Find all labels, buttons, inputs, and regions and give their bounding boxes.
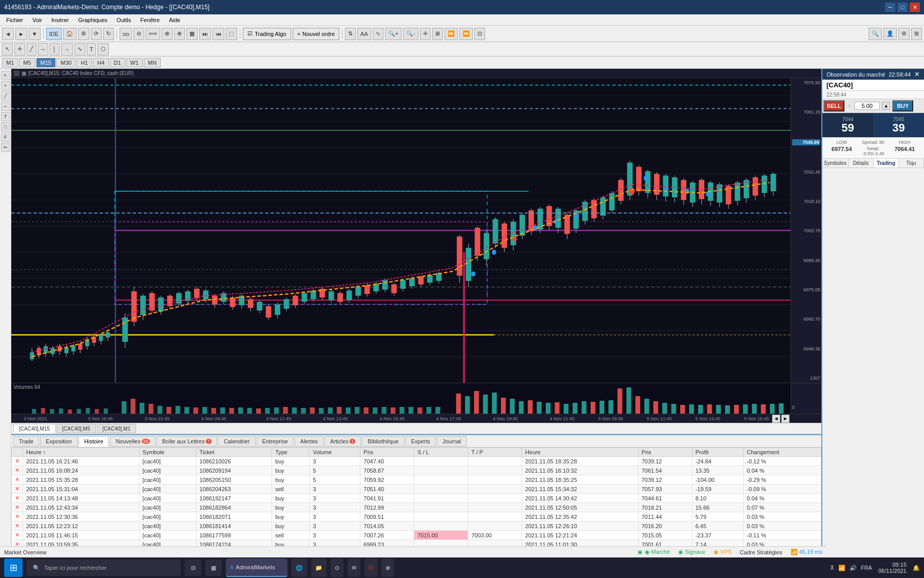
template-button[interactable]: ⊞ (432, 28, 443, 40)
tab-entreprise[interactable]: Entreprise (257, 436, 294, 446)
tab-histoire[interactable]: Histoire (79, 436, 109, 446)
maximize-button[interactable]: □ (897, 3, 908, 12)
refresh-button[interactable]: ⟳ (91, 28, 102, 40)
taskbar-chrome[interactable]: ⊙ (331, 558, 343, 577)
tf-m1[interactable]: M1 (2, 58, 18, 67)
tab-exposition[interactable]: Exposition (40, 436, 78, 446)
fast-fwd-button[interactable]: ⏭ (199, 28, 211, 40)
market-tab-details[interactable]: Détails (849, 159, 874, 167)
close-cell[interactable]: ✕ (12, 457, 23, 466)
chart-tab-m1[interactable]: [CAC40],M1 (97, 424, 136, 433)
tab-trade[interactable]: Trade (13, 436, 39, 446)
chart-canvas[interactable] (11, 78, 791, 383)
zoom-out-button[interactable]: ⊖ (133, 28, 144, 40)
close-button[interactable]: ✕ (910, 3, 920, 12)
menu-inserer[interactable]: Insérer (47, 16, 73, 24)
sell-price-panel[interactable]: 7044 59 (822, 113, 873, 137)
dock-button[interactable]: ⊞ (911, 28, 922, 40)
th-heure2[interactable]: Heure (522, 448, 639, 457)
close-cell[interactable]: ✕ (12, 531, 23, 540)
fibo-button[interactable]: ∿ (74, 43, 85, 55)
crosshair-button[interactable]: ✛ (420, 28, 431, 40)
wave-button[interactable]: ∿ (373, 28, 383, 40)
tool-text[interactable]: T (1, 112, 10, 121)
taskbar-admiral[interactable]: A AdmiralMarkets (226, 558, 287, 577)
th-ticket[interactable]: Ticket (196, 448, 272, 457)
tf-h1[interactable]: H1 (76, 58, 92, 67)
volume-input[interactable] (854, 102, 880, 110)
chart-tab-m15[interactable]: [CAC40],M15 (13, 424, 55, 433)
menu-fichier[interactable]: Fichier (2, 16, 27, 24)
scroll-right-button[interactable]: ► (781, 415, 790, 423)
capture-button[interactable]: ⬚ (226, 28, 237, 40)
zoom-in-button[interactable]: ⊕ (162, 28, 172, 40)
market-obs-close[interactable]: ✕ (914, 70, 920, 78)
nav-prev-button[interactable]: ◄ (2, 28, 14, 40)
menu-voir[interactable]: Voir (28, 16, 46, 24)
th-sl[interactable]: S / L (414, 448, 468, 457)
search-top-button[interactable]: 🔍 (869, 28, 882, 40)
menu-graphiques[interactable]: Graphiques (74, 16, 111, 24)
menu-outils[interactable]: Outils (112, 16, 135, 24)
aa-button[interactable]: AA (357, 28, 371, 40)
tf-d1[interactable]: D1 (110, 58, 125, 67)
close-cell[interactable]: ✕ (12, 466, 23, 475)
tab-calendrier[interactable]: Calendrier (218, 436, 256, 446)
trading-algo-button[interactable]: ☑ Trading Algo (243, 28, 291, 40)
tf-m30[interactable]: M30 (56, 58, 75, 67)
th-volume[interactable]: Volume (310, 448, 360, 457)
zoom-in2-button[interactable]: ⊕ (174, 28, 185, 40)
close-cell[interactable]: ✕ (12, 512, 23, 521)
text-button[interactable]: T (87, 43, 97, 55)
th-changement[interactable]: Changement (743, 448, 821, 457)
chart-tab-m5[interactable]: [CAC40],M5 (56, 424, 95, 433)
tab-journal[interactable]: Journal (437, 436, 467, 446)
th-prix[interactable]: Prix (360, 448, 414, 457)
dropdown-button[interactable]: ▼ (29, 28, 41, 40)
tab-alertes[interactable]: Alertes (295, 436, 323, 446)
oo-button1[interactable]: oo (120, 28, 132, 40)
tool-line[interactable]: ╱ (1, 91, 10, 101)
nouvel-ordre-button[interactable]: + Nouvel ordre (293, 28, 339, 40)
tab-bibliotheque[interactable]: Bibliothèque (362, 436, 405, 446)
rewind-button[interactable]: ⏪ (459, 28, 473, 40)
drag-button[interactable]: ⊡ (474, 28, 485, 40)
taskbar-app7[interactable]: ⊕ (381, 558, 394, 577)
zoom-plus-button[interactable]: 🔍+ (385, 28, 401, 40)
fwd-button[interactable]: ⏩ (445, 28, 458, 40)
buy-toggle[interactable]: BUY (892, 100, 913, 111)
vline-button[interactable]: │ (50, 43, 60, 55)
hline-button[interactable]: ─ (38, 43, 48, 55)
tool-hline[interactable]: ─ (1, 102, 10, 111)
close-cell[interactable]: ✕ (12, 521, 23, 531)
tf-mn[interactable]: MN (144, 58, 161, 67)
crosshair2-button[interactable]: ✛ (14, 43, 25, 55)
market-tab-tiqu[interactable]: Tiqu (899, 159, 924, 167)
vol-up-button[interactable]: ▲ (882, 102, 890, 110)
close-cell[interactable]: ✕ (12, 484, 23, 494)
sell-toggle[interactable]: SELL (823, 100, 844, 111)
cursor-button[interactable]: ↖ (2, 43, 13, 55)
arrows-button[interactable]: ⟺ (146, 28, 160, 40)
menu-aide[interactable]: Aide (165, 16, 184, 24)
th-type[interactable]: Type (272, 448, 310, 457)
search-bar[interactable]: 🔍 Taper ici pour rechercher (27, 560, 181, 576)
home-button[interactable]: 🏠 (63, 28, 76, 40)
shapes-button[interactable]: ⬡ (98, 43, 109, 55)
widget-button[interactable]: ▦ (205, 560, 222, 576)
th-profit[interactable]: Profit (692, 448, 743, 457)
close-cell[interactable]: ✕ (12, 494, 23, 503)
th-heure[interactable]: Heure ↑ (23, 448, 140, 457)
tool-cross[interactable]: + (1, 81, 10, 90)
market-tab-trading[interactable]: Trading (874, 159, 899, 167)
menu-fenetre[interactable]: Fenêtre (136, 16, 164, 24)
taskbar-email[interactable]: ✉ (348, 558, 360, 577)
taskbar-explorer[interactable]: 📁 (311, 558, 326, 577)
tf-m5[interactable]: M5 (19, 58, 35, 67)
tf-w1[interactable]: W1 (126, 58, 143, 67)
user-button[interactable]: 👤 (883, 28, 897, 40)
tool-pointer[interactable]: ↖ (1, 71, 10, 80)
tool-pen[interactable]: ✏ (1, 143, 10, 152)
settings-button[interactable]: ⚙ (78, 28, 89, 40)
grid-button[interactable]: ▦ (186, 28, 198, 40)
